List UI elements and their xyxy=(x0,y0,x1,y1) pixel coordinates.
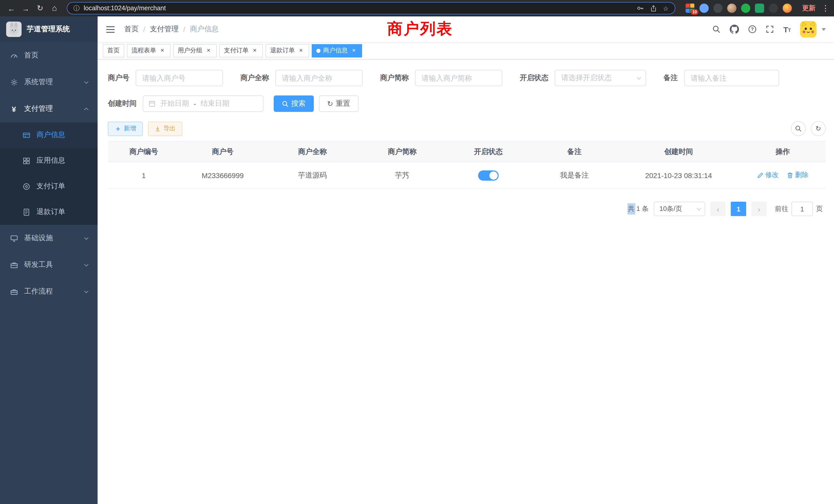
sidebar-item-refund-order[interactable]: 退款订单 xyxy=(0,199,97,225)
tag-pay-order[interactable]: 支付订单 × xyxy=(219,44,263,57)
reset-button-label: 重置 xyxy=(336,99,350,108)
merchant-no-label: 商户号 xyxy=(108,73,129,83)
sidebar-item-label: 工作流程 xyxy=(24,287,53,296)
address-bar[interactable]: ⓘ localhost:1024/pay/merchant ☆ xyxy=(67,2,675,14)
status-label: 开启状态 xyxy=(520,73,548,83)
extension-icon-blue[interactable] xyxy=(699,4,709,13)
sidebar-item-label: 基础设施 xyxy=(24,233,53,243)
prev-page-button[interactable]: ‹ xyxy=(710,202,726,216)
breadcrumb: 首页 / 支付管理 / 商户信息 xyxy=(124,25,219,34)
browser-home-button[interactable]: ⌂ xyxy=(48,2,61,14)
filter-row-1: 商户号 商户全称 商户简称 开启状态 请选择开启状态 xyxy=(108,70,826,86)
cell-remark: 我是备注 xyxy=(531,162,618,189)
breadcrumb-home[interactable]: 首页 xyxy=(124,25,139,34)
app-logo[interactable]: 芋道管理系统 xyxy=(0,17,97,42)
tag-home[interactable]: 首页 xyxy=(103,44,124,57)
site-info-icon[interactable]: ⓘ xyxy=(73,4,80,13)
user-menu-caret-icon[interactable] xyxy=(822,28,826,30)
help-icon[interactable]: ? xyxy=(748,25,757,33)
plus-icon: ＋ xyxy=(114,125,121,132)
extension-icon-avatar1[interactable] xyxy=(727,4,737,13)
breadcrumb-pay[interactable]: 支付管理 xyxy=(150,25,179,34)
refresh-table-button[interactable]: ↻ xyxy=(811,121,826,136)
col-remark: 备注 xyxy=(531,141,618,162)
delete-label: 删除 xyxy=(795,171,808,180)
close-icon[interactable]: × xyxy=(297,47,305,54)
github-icon[interactable] xyxy=(730,25,739,34)
toolbox-icon xyxy=(9,261,19,269)
share-icon[interactable] xyxy=(650,5,657,12)
goto-page-input[interactable] xyxy=(791,202,813,216)
browser-back-button[interactable]: ← xyxy=(5,2,18,14)
sidebar-item-merchant-info[interactable]: 商户信息 xyxy=(0,122,97,148)
bookmark-star-icon[interactable]: ☆ xyxy=(663,4,668,12)
close-icon[interactable]: × xyxy=(350,47,357,54)
edit-button[interactable]: 修改 xyxy=(757,171,778,180)
status-select[interactable]: 请选择开启状态 xyxy=(555,70,646,86)
tag-label: 退款订单 xyxy=(270,46,295,55)
goto-label: 前往 xyxy=(775,204,788,213)
extension-icon-palette[interactable]: 10 xyxy=(686,4,695,13)
sidebar-item-label: 首页 xyxy=(24,51,39,60)
extension-icon-dark1[interactable] xyxy=(713,4,723,13)
hamburger-icon[interactable] xyxy=(106,25,115,33)
short-name-input[interactable] xyxy=(415,70,502,86)
search-button[interactable]: 搜索 xyxy=(274,95,314,112)
toggle-search-button[interactable] xyxy=(791,121,806,136)
chevron-down-icon xyxy=(84,262,89,266)
remark-input[interactable] xyxy=(684,70,779,86)
password-key-icon[interactable] xyxy=(637,5,644,12)
full-name-input[interactable] xyxy=(275,70,363,86)
current-page-button[interactable]: 1 xyxy=(731,202,746,216)
extension-icon-green-doc[interactable] xyxy=(755,4,764,13)
browser-forward-button[interactable]: → xyxy=(20,2,32,14)
close-icon[interactable]: × xyxy=(205,47,212,54)
close-icon[interactable]: × xyxy=(251,47,258,54)
extension-icon-dark2[interactable] xyxy=(769,4,778,13)
tag-refund-order[interactable]: 退款订单 × xyxy=(265,44,309,57)
tag-label: 首页 xyxy=(107,46,120,55)
sidebar-item-pay-order[interactable]: 支付订单 xyxy=(0,174,97,199)
avatar[interactable] xyxy=(800,21,816,38)
col-merchant-no: 商户号 xyxy=(180,141,266,162)
tag-merchant-info[interactable]: 商户信息 × xyxy=(312,44,362,57)
tag-user-group[interactable]: 用户分组 × xyxy=(173,44,217,57)
table-header-row: 商户编号 商户号 商户全称 商户简称 开启状态 备注 创建时间 操作 xyxy=(108,141,826,162)
delete-button[interactable]: 删除 xyxy=(787,171,808,180)
col-short-name: 商户简称 xyxy=(359,141,445,162)
fullscreen-icon[interactable] xyxy=(766,25,774,33)
reset-button[interactable]: ↻ 重置 xyxy=(319,95,358,112)
page-size-select[interactable]: 10条/页 xyxy=(654,202,705,216)
sidebar-item-system[interactable]: 系统管理 xyxy=(0,69,97,95)
sidebar-item-workflow[interactable]: 工作流程 xyxy=(0,278,97,305)
next-page-button[interactable]: › xyxy=(751,202,767,216)
merchant-no-input[interactable] xyxy=(136,70,223,86)
workflow-icon xyxy=(9,288,19,295)
screen: ← → ↻ ⌂ ⓘ localhost:1024/pay/merchant ☆ xyxy=(0,0,834,504)
page-size-value: 10条/页 xyxy=(659,204,682,213)
date-range-picker[interactable]: 开始日期 - 结束日期 xyxy=(143,95,263,112)
svg-text:?: ? xyxy=(751,27,754,32)
browser-menu-icon[interactable]: ⋮ xyxy=(822,4,829,13)
add-button[interactable]: ＋ 新增 xyxy=(108,121,143,136)
sidebar-item-home[interactable]: 首页 xyxy=(0,42,97,69)
extension-icon-avatar2[interactable] xyxy=(783,4,792,13)
search-icon[interactable] xyxy=(712,25,721,33)
dashboard-icon xyxy=(9,51,19,59)
sidebar-item-pay[interactable]: ¥ 支付管理 xyxy=(0,95,97,122)
browser-toolbar: ← → ↻ ⌂ ⓘ localhost:1024/pay/merchant ☆ xyxy=(0,0,834,17)
sidebar-item-app-info[interactable]: 应用信息 xyxy=(0,148,97,174)
browser-reload-button[interactable]: ↻ xyxy=(34,2,46,14)
cell-full-name: 芋道源码 xyxy=(266,162,359,189)
tag-process-form[interactable]: 流程表单 × xyxy=(127,44,171,57)
sidebar-item-devtools[interactable]: 研发工具 xyxy=(0,251,97,278)
status-toggle[interactable] xyxy=(478,170,499,180)
annotation-title: 商户列表 xyxy=(387,19,453,40)
close-icon[interactable]: × xyxy=(159,47,166,54)
font-size-icon[interactable]: TT xyxy=(784,25,791,33)
sidebar-item-infra[interactable]: 基础设施 xyxy=(0,225,97,251)
end-date-placeholder: 结束日期 xyxy=(200,99,229,108)
extension-icon-green-circle[interactable] xyxy=(741,4,750,13)
export-button[interactable]: 导出 xyxy=(148,121,182,136)
browser-update-button[interactable]: 更新 xyxy=(802,4,815,13)
